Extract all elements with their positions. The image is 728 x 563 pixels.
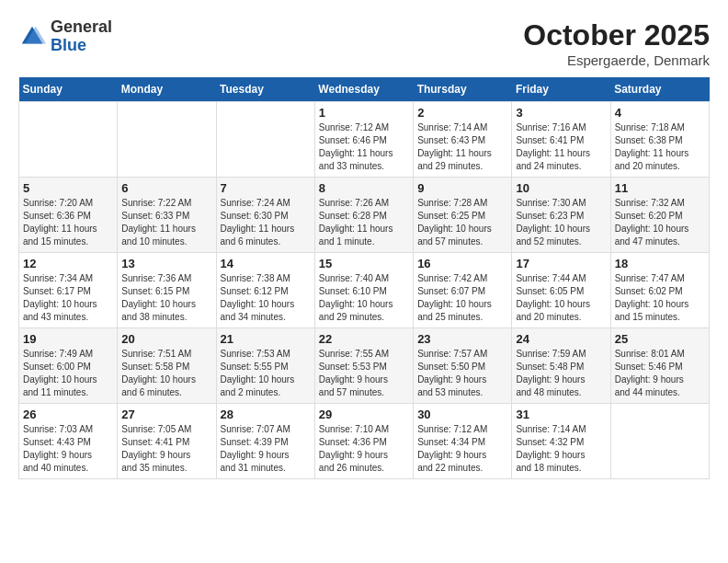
day-number: 6 bbox=[121, 181, 211, 195]
calendar-week-5: 26Sunrise: 7:03 AMSunset: 4:43 PMDayligh… bbox=[19, 404, 710, 479]
calendar-cell: 7Sunrise: 7:24 AMSunset: 6:30 PMDaylight… bbox=[216, 178, 314, 253]
calendar-cell: 10Sunrise: 7:30 AMSunset: 6:23 PMDayligh… bbox=[512, 178, 610, 253]
calendar-cell: 12Sunrise: 7:34 AMSunset: 6:17 PMDayligh… bbox=[19, 253, 118, 328]
day-info: Sunrise: 7:10 AMSunset: 4:36 PMDaylight:… bbox=[319, 423, 409, 475]
day-number: 2 bbox=[417, 106, 507, 120]
day-number: 24 bbox=[516, 332, 606, 346]
logo-general: General bbox=[51, 18, 112, 37]
weekday-header-monday: Monday bbox=[118, 77, 216, 102]
calendar-cell bbox=[19, 102, 118, 178]
day-info: Sunrise: 7:28 AMSunset: 6:25 PMDaylight:… bbox=[417, 197, 507, 248]
page-header: General Blue October 2025 Espergaerde, D… bbox=[18, 18, 710, 68]
day-number: 13 bbox=[121, 257, 211, 270]
logo-text: General Blue bbox=[51, 18, 112, 55]
day-number: 8 bbox=[319, 181, 409, 195]
day-info: Sunrise: 7:14 AMSunset: 4:32 PMDaylight:… bbox=[516, 423, 606, 475]
day-info: Sunrise: 7:34 AMSunset: 6:17 PMDaylight:… bbox=[23, 272, 113, 324]
day-info: Sunrise: 7:40 AMSunset: 6:10 PMDaylight:… bbox=[319, 272, 409, 324]
calendar-cell: 9Sunrise: 7:28 AMSunset: 6:25 PMDaylight… bbox=[414, 178, 512, 253]
day-number: 21 bbox=[221, 332, 311, 346]
calendar-week-1: 1Sunrise: 7:12 AMSunset: 6:46 PMDaylight… bbox=[19, 102, 710, 178]
day-info: Sunrise: 7:07 AMSunset: 4:39 PMDaylight:… bbox=[221, 423, 311, 475]
calendar-cell: 24Sunrise: 7:59 AMSunset: 5:48 PMDayligh… bbox=[512, 328, 610, 404]
logo-blue: Blue bbox=[51, 37, 112, 55]
title-block: October 2025 Espergaerde, Denmark bbox=[523, 18, 710, 68]
day-number: 29 bbox=[319, 408, 409, 421]
day-number: 5 bbox=[23, 181, 113, 195]
day-number: 19 bbox=[23, 332, 113, 346]
day-info: Sunrise: 7:57 AMSunset: 5:50 PMDaylight:… bbox=[417, 348, 507, 399]
calendar-cell: 6Sunrise: 7:22 AMSunset: 6:33 PMDaylight… bbox=[118, 178, 216, 253]
calendar-table: SundayMondayTuesdayWednesdayThursdayFrid… bbox=[18, 77, 710, 479]
day-info: Sunrise: 7:47 AMSunset: 6:02 PMDaylight:… bbox=[615, 272, 705, 324]
day-number: 15 bbox=[319, 257, 409, 270]
logo-icon bbox=[18, 23, 46, 51]
calendar-cell: 28Sunrise: 7:07 AMSunset: 4:39 PMDayligh… bbox=[216, 404, 314, 479]
weekday-header-row: SundayMondayTuesdayWednesdayThursdayFrid… bbox=[19, 77, 710, 102]
day-info: Sunrise: 7:59 AMSunset: 5:48 PMDaylight:… bbox=[516, 348, 606, 399]
day-number: 18 bbox=[615, 257, 705, 270]
calendar-cell: 20Sunrise: 7:51 AMSunset: 5:58 PMDayligh… bbox=[118, 328, 216, 404]
day-number: 31 bbox=[516, 408, 606, 421]
day-info: Sunrise: 7:44 AMSunset: 6:05 PMDaylight:… bbox=[516, 272, 606, 324]
day-number: 17 bbox=[516, 257, 606, 270]
calendar-cell: 3Sunrise: 7:16 AMSunset: 6:41 PMDaylight… bbox=[512, 102, 610, 178]
calendar-cell bbox=[118, 102, 216, 178]
calendar-cell: 8Sunrise: 7:26 AMSunset: 6:28 PMDaylight… bbox=[314, 178, 413, 253]
day-number: 1 bbox=[319, 106, 409, 120]
day-info: Sunrise: 7:18 AMSunset: 6:38 PMDaylight:… bbox=[615, 121, 705, 173]
calendar-cell: 22Sunrise: 7:55 AMSunset: 5:53 PMDayligh… bbox=[314, 328, 413, 404]
calendar-week-3: 12Sunrise: 7:34 AMSunset: 6:17 PMDayligh… bbox=[19, 253, 710, 328]
day-number: 20 bbox=[121, 332, 211, 346]
day-number: 10 bbox=[516, 181, 606, 195]
day-number: 11 bbox=[615, 181, 705, 195]
calendar-cell: 18Sunrise: 7:47 AMSunset: 6:02 PMDayligh… bbox=[610, 253, 709, 328]
logo: General Blue bbox=[18, 18, 112, 55]
day-info: Sunrise: 8:01 AMSunset: 5:46 PMDaylight:… bbox=[615, 348, 705, 399]
calendar-cell: 25Sunrise: 8:01 AMSunset: 5:46 PMDayligh… bbox=[610, 328, 709, 404]
day-info: Sunrise: 7:20 AMSunset: 6:36 PMDaylight:… bbox=[23, 197, 113, 248]
calendar-cell: 1Sunrise: 7:12 AMSunset: 6:46 PMDaylight… bbox=[314, 102, 413, 178]
weekday-header-tuesday: Tuesday bbox=[216, 77, 314, 102]
weekday-header-friday: Friday bbox=[512, 77, 610, 102]
calendar-cell: 29Sunrise: 7:10 AMSunset: 4:36 PMDayligh… bbox=[314, 404, 413, 479]
day-info: Sunrise: 7:32 AMSunset: 6:20 PMDaylight:… bbox=[615, 197, 705, 248]
day-info: Sunrise: 7:53 AMSunset: 5:55 PMDaylight:… bbox=[221, 348, 311, 399]
calendar-cell: 17Sunrise: 7:44 AMSunset: 6:05 PMDayligh… bbox=[512, 253, 610, 328]
calendar-cell: 19Sunrise: 7:49 AMSunset: 6:00 PMDayligh… bbox=[19, 328, 118, 404]
day-number: 23 bbox=[417, 332, 507, 346]
calendar-cell: 15Sunrise: 7:40 AMSunset: 6:10 PMDayligh… bbox=[314, 253, 413, 328]
calendar-cell: 5Sunrise: 7:20 AMSunset: 6:36 PMDaylight… bbox=[19, 178, 118, 253]
day-number: 22 bbox=[319, 332, 409, 346]
day-info: Sunrise: 7:51 AMSunset: 5:58 PMDaylight:… bbox=[121, 348, 211, 399]
calendar-cell: 14Sunrise: 7:38 AMSunset: 6:12 PMDayligh… bbox=[216, 253, 314, 328]
day-number: 26 bbox=[23, 408, 113, 421]
calendar-cell: 21Sunrise: 7:53 AMSunset: 5:55 PMDayligh… bbox=[216, 328, 314, 404]
weekday-header-wednesday: Wednesday bbox=[314, 77, 413, 102]
day-info: Sunrise: 7:03 AMSunset: 4:43 PMDaylight:… bbox=[23, 423, 113, 475]
day-number: 16 bbox=[417, 257, 507, 270]
weekday-header-sunday: Sunday bbox=[19, 77, 118, 102]
calendar-cell: 23Sunrise: 7:57 AMSunset: 5:50 PMDayligh… bbox=[414, 328, 512, 404]
day-number: 3 bbox=[516, 106, 606, 120]
day-info: Sunrise: 7:26 AMSunset: 6:28 PMDaylight:… bbox=[319, 197, 409, 248]
day-number: 7 bbox=[221, 181, 311, 195]
day-info: Sunrise: 7:22 AMSunset: 6:33 PMDaylight:… bbox=[121, 197, 211, 248]
calendar-cell: 27Sunrise: 7:05 AMSunset: 4:41 PMDayligh… bbox=[118, 404, 216, 479]
day-number: 27 bbox=[121, 408, 211, 421]
calendar-cell: 16Sunrise: 7:42 AMSunset: 6:07 PMDayligh… bbox=[414, 253, 512, 328]
day-info: Sunrise: 7:12 AMSunset: 6:46 PMDaylight:… bbox=[319, 121, 409, 173]
calendar-cell: 4Sunrise: 7:18 AMSunset: 6:38 PMDaylight… bbox=[610, 102, 709, 178]
day-info: Sunrise: 7:14 AMSunset: 6:43 PMDaylight:… bbox=[417, 121, 507, 173]
day-info: Sunrise: 7:55 AMSunset: 5:53 PMDaylight:… bbox=[319, 348, 409, 399]
calendar-cell bbox=[610, 404, 709, 479]
day-info: Sunrise: 7:36 AMSunset: 6:15 PMDaylight:… bbox=[121, 272, 211, 324]
day-number: 14 bbox=[221, 257, 311, 270]
day-info: Sunrise: 7:49 AMSunset: 6:00 PMDaylight:… bbox=[23, 348, 113, 399]
day-info: Sunrise: 7:30 AMSunset: 6:23 PMDaylight:… bbox=[516, 197, 606, 248]
day-number: 12 bbox=[23, 257, 113, 270]
month-title: October 2025 bbox=[523, 18, 710, 52]
calendar-cell bbox=[216, 102, 314, 178]
location: Espergaerde, Denmark bbox=[523, 52, 710, 68]
calendar-cell: 31Sunrise: 7:14 AMSunset: 4:32 PMDayligh… bbox=[512, 404, 610, 479]
